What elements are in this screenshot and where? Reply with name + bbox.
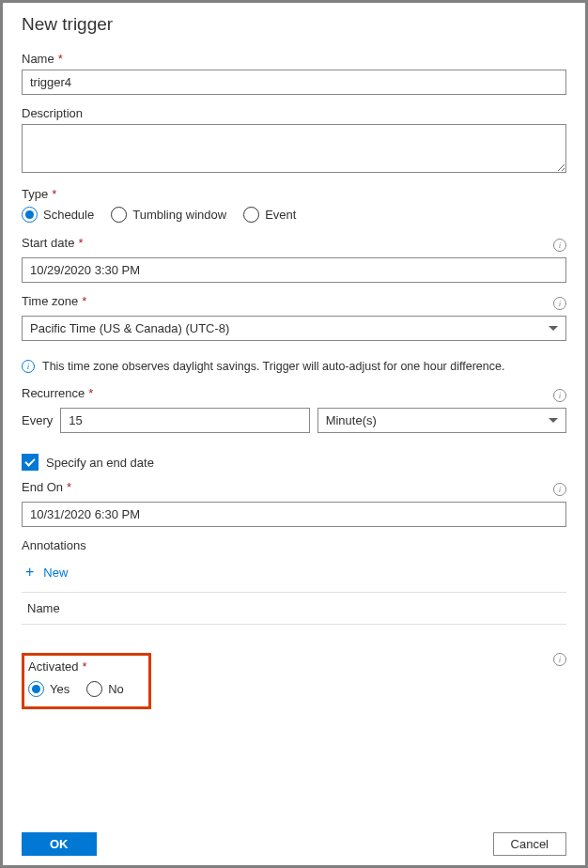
time-zone-label: Time zone (22, 294, 78, 308)
info-icon[interactable]: i (553, 389, 566, 402)
chevron-down-icon (549, 326, 558, 331)
plus-icon: + (25, 564, 34, 581)
end-on-field: End On * i (22, 480, 566, 527)
type-label: Type (22, 187, 48, 201)
activated-highlight: Activated * Yes No (22, 653, 151, 709)
info-icon[interactable]: i (553, 239, 566, 252)
start-date-input[interactable] (22, 257, 566, 283)
specify-end-row: Specify an end date (22, 454, 566, 471)
activated-yes-label: Yes (50, 682, 70, 696)
type-radio-tumbling[interactable]: Tumbling window (111, 207, 226, 223)
required-marker: * (52, 187, 56, 201)
ok-button[interactable]: OK (22, 832, 97, 856)
required-marker: * (67, 480, 71, 494)
cancel-button[interactable]: Cancel (493, 832, 566, 856)
recurrence-unit-value: Minute(s) (326, 413, 377, 427)
every-label: Every (22, 413, 53, 427)
recurrence-unit-select[interactable]: Minute(s) (317, 408, 566, 433)
required-marker: * (78, 236, 83, 250)
new-trigger-panel: New trigger Name * Description Type * Sc… (0, 0, 588, 868)
chevron-down-icon (549, 418, 558, 423)
annotations-table-header: Name (22, 592, 566, 625)
annotations-new-label: New (43, 566, 68, 580)
checkmark-icon (24, 456, 35, 466)
recurrence-value-input[interactable] (60, 408, 309, 433)
name-label: Name (22, 52, 54, 66)
time-zone-select[interactable]: Pacific Time (US & Canada) (UTC-8) (22, 316, 566, 341)
start-date-field: Start date * i (22, 236, 566, 283)
description-field: Description (22, 106, 566, 176)
type-radio-schedule[interactable]: Schedule (22, 207, 94, 223)
radio-icon (22, 207, 38, 223)
specify-end-checkbox[interactable] (22, 454, 39, 471)
annotations-field: Annotations + New Name (22, 538, 566, 625)
activated-field: Activated * Yes No i (22, 653, 566, 709)
type-event-label: Event (265, 208, 296, 222)
time-zone-value: Pacific Time (US & Canada) (UTC-8) (30, 321, 229, 335)
annotations-new-button[interactable]: + New (22, 556, 566, 592)
start-date-label: Start date (22, 236, 74, 250)
info-icon[interactable]: i (553, 297, 566, 310)
name-input[interactable] (22, 70, 566, 95)
recurrence-label: Recurrence (22, 386, 85, 400)
info-icon: i (22, 360, 35, 373)
required-marker: * (58, 52, 63, 66)
recurrence-field: Recurrence * i Every Minute(s) (22, 386, 566, 433)
activated-label: Activated (28, 659, 78, 674)
type-radio-event[interactable]: Event (243, 207, 296, 223)
type-field: Type * Schedule Tumbling window Event (22, 187, 566, 225)
panel-title: New trigger (22, 14, 566, 35)
required-marker: * (82, 294, 86, 308)
dst-note: i This time zone observes daylight savin… (22, 360, 566, 373)
radio-icon (28, 681, 44, 697)
description-input[interactable] (22, 124, 566, 173)
activated-radio-yes[interactable]: Yes (28, 681, 70, 697)
type-tumbling-label: Tumbling window (132, 208, 226, 222)
footer: OK Cancel (22, 823, 566, 856)
radio-icon (86, 681, 102, 697)
specify-end-label: Specify an end date (46, 456, 154, 470)
type-schedule-label: Schedule (43, 208, 94, 222)
end-on-label: End On (22, 480, 63, 494)
activated-radio-no[interactable]: No (86, 681, 124, 697)
radio-icon (243, 207, 259, 223)
required-marker: * (88, 386, 93, 400)
time-zone-field: Time zone * i Pacific Time (US & Canada)… (22, 294, 566, 341)
info-icon[interactable]: i (553, 653, 566, 666)
activated-no-label: No (108, 682, 124, 696)
description-label: Description (22, 106, 83, 120)
required-marker: * (82, 659, 86, 674)
end-on-input[interactable] (22, 502, 566, 527)
annotations-col-name: Name (27, 601, 60, 615)
radio-icon (111, 207, 127, 223)
info-icon[interactable]: i (553, 483, 566, 496)
dst-note-text: This time zone observes daylight savings… (42, 360, 504, 373)
annotations-label: Annotations (22, 538, 86, 552)
name-field: Name * (22, 52, 566, 95)
